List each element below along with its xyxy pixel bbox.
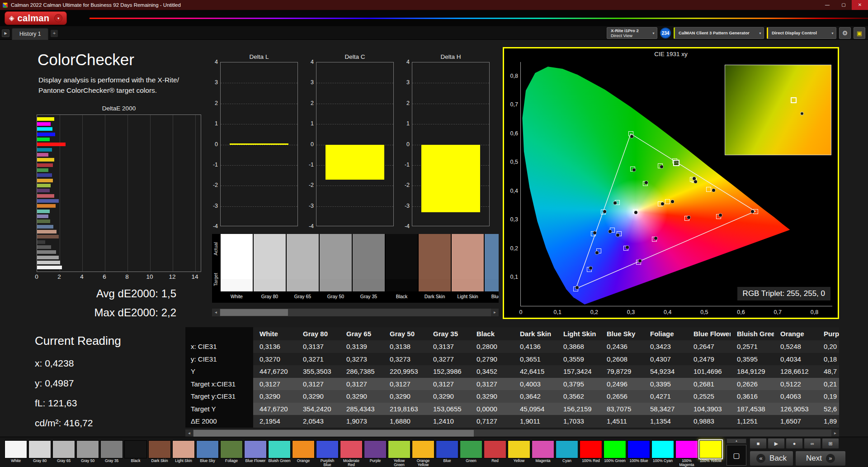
- cie-measured-dot: [595, 251, 599, 254]
- palette-swatch[interactable]: Purplish Blue: [316, 440, 339, 467]
- tab-history-1[interactable]: History 1: [12, 28, 48, 40]
- row-label: ΔE 2000: [185, 415, 253, 428]
- next-button[interactable]: Next »: [795, 451, 846, 466]
- settings-gear-button[interactable]: ⚙: [839, 27, 851, 39]
- palette-swatch[interactable]: Blue Sky: [196, 440, 219, 467]
- scroll-left-icon[interactable]: ◄: [185, 429, 193, 437]
- scroll-right-icon[interactable]: ►: [831, 429, 839, 437]
- palette-swatch[interactable]: White: [5, 440, 27, 467]
- palette-swatch[interactable]: 100% Cyan: [651, 440, 674, 467]
- palette-swatch[interactable]: Gray 80: [28, 440, 51, 467]
- palette-swatch[interactable]: Yellow: [508, 440, 530, 467]
- table-scrollbar[interactable]: ◄ ►: [185, 429, 839, 437]
- strip-scrollbar[interactable]: ◄ ►: [212, 309, 499, 316]
- pattern-generator-dropdown[interactable]: CalMAN Client 3 Pattern Generator ▼: [674, 27, 764, 39]
- scrollbar-thumb[interactable]: [220, 309, 288, 316]
- patch-column[interactable]: Gray 35: [353, 234, 385, 303]
- table-cell: 0,2525: [687, 390, 731, 403]
- table-cell: 0,3127: [470, 378, 514, 391]
- record-icon[interactable]: ●: [786, 438, 803, 449]
- palette-swatch[interactable]: Orange: [292, 440, 315, 467]
- palette-swatch[interactable]: Gray 35: [100, 440, 123, 467]
- display-window-button[interactable]: ▣: [854, 27, 865, 39]
- row-label: y: CIE31: [185, 353, 253, 366]
- tab-nav-arrow-icon[interactable]: ▶: [2, 29, 9, 37]
- meter-count-badge[interactable]: 234: [660, 28, 671, 38]
- palette-swatch[interactable]: Yellow Green: [388, 440, 410, 467]
- palette-swatch[interactable]: 100% Magenta: [675, 440, 698, 467]
- palette-swatch[interactable]: 100% Blue: [627, 440, 650, 467]
- palette-scroll-up-icon[interactable]: ▲: [726, 438, 746, 443]
- axis-tick-label: -1: [398, 162, 410, 168]
- palette-swatch[interactable]: Red: [484, 440, 506, 467]
- axis-tick-label: 0,1: [505, 274, 518, 280]
- pattern-window-button[interactable]: ▢: [726, 445, 746, 466]
- palette-swatch[interactable]: Orange Yellow: [412, 440, 434, 467]
- minimize-button[interactable]: —: [819, 0, 835, 10]
- palette-swatch[interactable]: Blue: [436, 440, 458, 467]
- patch-label: White: [221, 291, 253, 303]
- chart-plot: [316, 62, 393, 226]
- palette-swatch[interactable]: Gray 50: [76, 440, 99, 467]
- grid-icon[interactable]: ⊞: [822, 438, 839, 449]
- cie-measured-dot: [630, 135, 633, 138]
- axis-tick-label: 0,1: [551, 309, 564, 315]
- column-header: Light Skin: [557, 327, 600, 340]
- table-cell: 79,8729: [600, 365, 644, 378]
- patch-column[interactable]: Blue Sky: [485, 234, 499, 303]
- play-icon[interactable]: ▶: [768, 438, 785, 449]
- patch-column[interactable]: Gray 65: [287, 234, 319, 303]
- palette-swatch[interactable]: Dark Skin: [148, 440, 171, 467]
- swatch-label: 100% Cyan: [651, 459, 674, 467]
- patch-column[interactable]: Light Skin: [452, 234, 484, 303]
- palette-swatch[interactable]: Black: [124, 440, 147, 467]
- swatch-color: [460, 440, 482, 458]
- scrollbar-thumb[interactable]: [193, 430, 474, 437]
- scroll-left-icon[interactable]: ◄: [212, 309, 220, 316]
- table-cell: 0,9883: [687, 415, 731, 428]
- patch-column[interactable]: Black: [386, 234, 418, 303]
- palette-swatch[interactable]: 100% Green: [604, 440, 626, 467]
- meter-dropdown[interactable]: X-Rite i1Pro 2 Direct View ▼: [607, 27, 657, 39]
- palette-swatch[interactable]: Cyan: [556, 440, 578, 467]
- table-cell: 152,3986: [427, 365, 470, 378]
- close-button[interactable]: ✕: [852, 0, 868, 10]
- palette-swatch[interactable]: Purple: [364, 440, 387, 467]
- patch-column[interactable]: Gray 50: [320, 234, 352, 303]
- stop-icon[interactable]: ■: [750, 438, 767, 449]
- palette-swatch[interactable]: 100% Red: [580, 440, 602, 467]
- maximize-button[interactable]: ▢: [835, 0, 852, 10]
- table-cell: 104,3903: [687, 403, 731, 415]
- table-cell: 1,6507: [774, 415, 817, 428]
- swatch-color: [364, 440, 387, 458]
- table-cell: 0,3290: [340, 390, 383, 403]
- display-control-dropdown[interactable]: Direct Display Control ▼: [767, 27, 836, 39]
- palette-swatch[interactable]: Blue Flower: [244, 440, 267, 467]
- palette-swatch[interactable]: Magenta: [532, 440, 554, 467]
- palette-swatch[interactable]: Moderate Red: [340, 440, 363, 467]
- deltae-bar: [37, 127, 52, 131]
- patch-column[interactable]: Gray 80: [254, 234, 286, 303]
- swatch-color: [651, 440, 674, 458]
- scroll-right-icon[interactable]: ►: [491, 309, 499, 316]
- add-tab-button[interactable]: +: [51, 30, 58, 37]
- column-header: Purp: [817, 327, 839, 340]
- swatch-label: 100% Blue: [627, 459, 650, 467]
- brand-menu-arrow-icon[interactable]: ▼: [54, 14, 62, 22]
- patch-column[interactable]: Dark Skin: [419, 234, 451, 303]
- deltae-bar: [37, 219, 50, 223]
- palette-swatch[interactable]: Bluish Green: [268, 440, 291, 467]
- calman-menu-badge[interactable]: ◈ calman ▼: [5, 11, 67, 25]
- table-cell: 0,18: [817, 353, 839, 366]
- axis-tick-label: 1: [206, 120, 218, 127]
- palette-swatch[interactable]: Light Skin: [172, 440, 195, 467]
- patch-column[interactable]: White: [221, 234, 253, 303]
- palette-swatch[interactable]: 100% Yellow: [699, 440, 722, 467]
- deltae-bar: [37, 266, 62, 269]
- window-title: Calman 2022 Calman Ultimate for Business…: [11, 2, 819, 8]
- palette-swatch[interactable]: Foliage: [220, 440, 243, 467]
- back-button[interactable]: « Back: [750, 451, 793, 466]
- palette-swatch[interactable]: Gray 65: [52, 440, 75, 467]
- loop-icon[interactable]: ∞: [804, 438, 821, 449]
- palette-swatch[interactable]: Green: [460, 440, 482, 467]
